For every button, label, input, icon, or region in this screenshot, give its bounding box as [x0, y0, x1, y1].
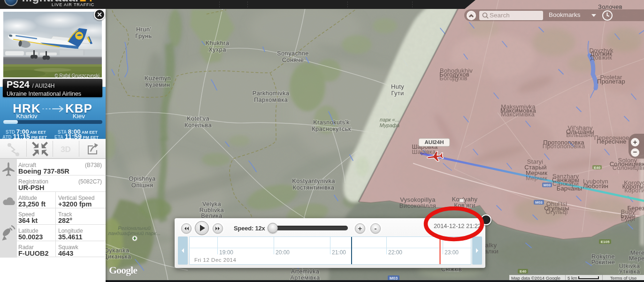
svg-text:3D: 3D	[61, 145, 71, 154]
svg-text:AUI24H: AUI24H	[425, 139, 444, 145]
svg-text:Google: Google	[109, 264, 138, 276]
